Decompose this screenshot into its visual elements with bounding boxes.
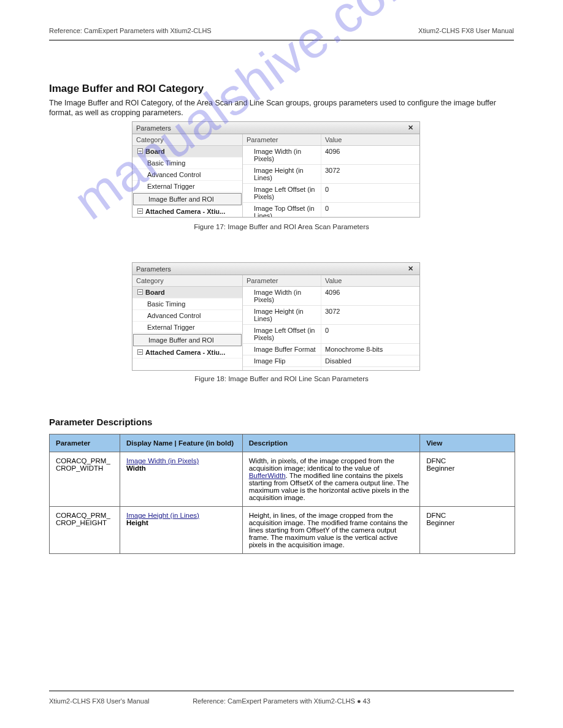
param-row[interactable]: Image Height (in Lines)3072 <box>243 306 419 325</box>
table-heading: Parameter Descriptions <box>49 417 152 427</box>
feature-bold: Height <box>126 519 148 526</box>
param-value[interactable]: Fix Length <box>321 367 419 370</box>
category-column: Category Board Basic Timing Advanced Con… <box>132 134 243 217</box>
param-value[interactable]: 0 <box>321 325 419 343</box>
param-value[interactable]: 3072 <box>321 306 419 324</box>
category-image-buffer-roi[interactable]: Image Buffer and ROI <box>133 193 242 205</box>
category-board[interactable]: Board <box>132 146 242 157</box>
cell-param-id: CORACQ_PRM_ CROP_WIDTH <box>50 452 120 507</box>
th-description: Description <box>242 434 420 452</box>
collapse-icon[interactable] <box>137 208 143 214</box>
section-heading: Image Buffer and ROI Category <box>49 83 204 95</box>
category-advanced-control[interactable]: Advanced Control <box>132 169 242 181</box>
collapse-icon[interactable] <box>137 289 143 295</box>
collapse-icon[interactable] <box>137 148 143 154</box>
param-header: Parameter <box>243 134 321 145</box>
category-attached-camera[interactable]: Attached Camera - Xtiu... <box>132 347 242 358</box>
category-board[interactable]: Board <box>132 287 242 298</box>
param-value[interactable]: 4096 <box>321 287 419 305</box>
intro-paragraph: The Image Buffer and ROI Category, of th… <box>49 98 515 118</box>
param-row[interactable]: Image Left Offset (in Pixels)0 <box>243 184 419 203</box>
category-external-trigger[interactable]: External Trigger <box>132 181 242 192</box>
param-value[interactable]: Monochrome 8-bits <box>321 344 419 355</box>
top-divider <box>49 40 514 40</box>
parameter-column: Parameter Value Image Width (in Pixels)4… <box>243 134 419 217</box>
bufferwidth-link[interactable]: BufferWidth <box>249 472 286 479</box>
param-value[interactable]: Disabled <box>321 355 419 366</box>
param-name: Acquisition Frame Length method <box>243 367 321 370</box>
param-name: Image Flip <box>243 355 321 366</box>
param-header-row: Parameter Value <box>243 275 419 287</box>
param-header-row: Parameter Value <box>243 134 419 146</box>
param-name: Image Height (in Lines) <box>243 165 321 183</box>
header-manual: Xtium2-CLHS FX8 User Manual <box>418 27 514 34</box>
value-header: Value <box>321 275 419 286</box>
category-header: Category <box>132 134 242 146</box>
param-name: Image Width (in Pixels) <box>243 287 321 305</box>
param-name: Image Left Offset (in Pixels) <box>243 184 321 202</box>
param-row[interactable]: Acquisition Frame Length methodFix Lengt… <box>243 367 419 370</box>
cell-description: Height, in lines, of the image cropped f… <box>242 507 420 554</box>
display-name-link[interactable]: Image Height (in Lines) <box>126 512 199 519</box>
category-image-buffer-roi[interactable]: Image Buffer and ROI <box>133 334 242 346</box>
display-name-link[interactable]: Image Width (in Pixels) <box>126 457 199 464</box>
th-parameter: Parameter <box>50 434 120 452</box>
param-row[interactable]: Image Buffer FormatMonochrome 8-bits <box>243 344 419 355</box>
param-row[interactable]: Image Left Offset (in Pixels)0 <box>243 325 419 344</box>
param-row[interactable]: Image FlipDisabled <box>243 355 419 367</box>
header-chapter: Reference: CamExpert Parameters with Xti… <box>49 27 212 34</box>
close-icon[interactable]: ✕ <box>405 265 416 273</box>
figure-caption-2: Figure 18: Image Buffer and ROI Line Sca… <box>137 375 426 382</box>
feature-bold: Width <box>126 464 146 472</box>
bottom-divider <box>49 691 514 691</box>
panel-title: Parameters <box>136 265 171 273</box>
footer-center: Reference: CamExpert Parameters with Xti… <box>0 697 563 705</box>
param-value[interactable]: 4096 <box>321 146 419 164</box>
value-header: Value <box>321 134 419 145</box>
intro-line-1: The Image Buffer and ROI Category, of th… <box>49 99 405 107</box>
param-value[interactable]: 0 <box>321 184 419 202</box>
param-name: Image Width (in Pixels) <box>243 146 321 164</box>
parameter-descriptions-table: Parameter Display Name | Feature (in bol… <box>49 434 515 554</box>
category-column: Category Board Basic Timing Advanced Con… <box>132 275 243 370</box>
param-row[interactable]: Image Width (in Pixels)4096 <box>243 287 419 306</box>
cell-view: DFNC Beginner <box>420 507 515 554</box>
panel-titlebar: Parameters ✕ <box>132 263 419 275</box>
param-row[interactable]: Image Width (in Pixels)4096 <box>243 146 419 165</box>
parameter-column: Parameter Value Image Width (in Pixels)4… <box>243 275 419 370</box>
param-value[interactable]: 3072 <box>321 165 419 183</box>
panel-title: Parameters <box>136 124 171 132</box>
category-basic-timing[interactable]: Basic Timing <box>132 298 242 310</box>
cell-display-feature: Image Height (in Lines) Height <box>120 507 242 554</box>
category-external-trigger[interactable]: External Trigger <box>132 322 242 333</box>
table-header-row: Parameter Display Name | Feature (in bol… <box>50 434 515 452</box>
category-advanced-control[interactable]: Advanced Control <box>132 310 242 322</box>
cell-description: Width, in pixels, of the image cropped f… <box>242 452 420 507</box>
param-name: Image Height (in Lines) <box>243 306 321 324</box>
param-name: Image Top Offset (in Lines) <box>243 203 321 217</box>
collapse-icon[interactable] <box>137 349 143 355</box>
category-attached-camera[interactable]: Attached Camera - Xtiu... <box>132 206 242 217</box>
param-row[interactable]: Image Top Offset (in Lines)0 <box>243 203 419 217</box>
panel-titlebar: Parameters ✕ <box>132 122 419 134</box>
param-name: Image Left Offset (in Pixels) <box>243 325 321 343</box>
parameters-panel-area-scan: Parameters ✕ Category Board Basic Timing… <box>132 121 420 218</box>
close-icon[interactable]: ✕ <box>405 124 416 132</box>
table-row: CORACQ_PRM_ CROP_WIDTH Image Width (in P… <box>50 452 515 507</box>
cell-display-feature: Image Width (in Pixels) Width <box>120 452 242 507</box>
param-value[interactable]: 0 <box>321 203 419 217</box>
th-display-feature: Display Name | Feature (in bold) <box>120 434 242 452</box>
table-row: CORACQ_PRM_ CROP_HEIGHT Image Height (in… <box>50 507 515 554</box>
cell-param-id: CORACQ_PRM_ CROP_HEIGHT <box>50 507 120 554</box>
parameters-panel-line-scan: Parameters ✕ Category Board Basic Timing… <box>132 262 420 371</box>
param-name: Image Buffer Format <box>243 344 321 355</box>
figure-caption-1: Figure 17: Image Buffer and ROI Area Sca… <box>137 223 426 230</box>
category-basic-timing[interactable]: Basic Timing <box>132 157 242 169</box>
category-header: Category <box>132 275 242 287</box>
th-view: View <box>420 434 515 452</box>
param-header: Parameter <box>243 275 321 286</box>
cell-view: DFNC Beginner <box>420 452 515 507</box>
param-row[interactable]: Image Height (in Lines)3072 <box>243 165 419 184</box>
